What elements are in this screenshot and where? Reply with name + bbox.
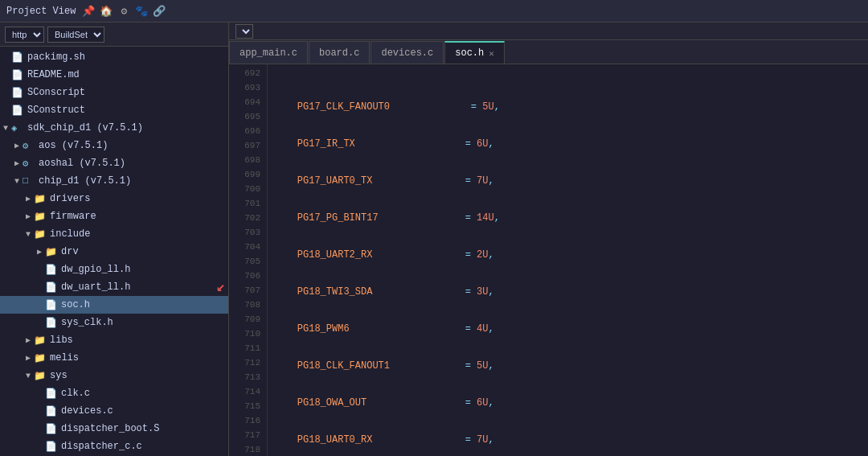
tree-label: devices.c bbox=[61, 405, 113, 417]
code-editor[interactable]: 692 693 694 695 696 697 698 699 700 701 … bbox=[229, 64, 868, 456]
sidebar-item-devices-c[interactable]: 📄 devices.c bbox=[0, 402, 228, 420]
sidebar-item-sys[interactable]: ▼ 📁 sys bbox=[0, 367, 228, 384]
file-icon: 📄 bbox=[45, 264, 58, 276]
sidebar-item-dispatcher-c[interactable]: 📄 dispatcher_c.c bbox=[0, 438, 228, 455]
window-titlebar: Project View 📌 🏠 ⚙ 🐾 🔗 bbox=[0, 0, 868, 23]
tree-label: drv bbox=[61, 246, 79, 257]
tree-label: packimg.sh bbox=[27, 51, 85, 63]
tree-label: dw_uart_ll.h bbox=[61, 281, 130, 293]
sidebar-item-aos[interactable]: ▶ ⚙ aos (v7.5.1) bbox=[0, 137, 228, 154]
expand-arrow: ▶ bbox=[23, 353, 34, 363]
pin-icon[interactable]: 📌 bbox=[82, 5, 95, 18]
expand-arrow: ▼ bbox=[23, 230, 34, 239]
tab-bar: app_main.c board.c devices.c soc.h ✕ bbox=[229, 40, 868, 64]
sidebar-item-libs[interactable]: ▶ 📁 libs bbox=[0, 331, 228, 349]
code-line-697: PG18_TWI3_SDA = 3U, bbox=[274, 285, 868, 299]
code-line-698: PG18_PWM6 = 4U, bbox=[274, 322, 868, 336]
tab-close-button[interactable]: ✕ bbox=[489, 48, 494, 59]
file-icon: 📄 bbox=[45, 281, 58, 294]
top-dropdown-bar bbox=[229, 23, 868, 40]
expand-arrow: ▼ bbox=[0, 124, 11, 133]
link-icon[interactable]: 🔗 bbox=[153, 5, 166, 18]
tab-app-main[interactable]: app_main.c bbox=[229, 41, 308, 64]
sidebar-item-dispatcher-boot[interactable]: 📄 dispatcher_boot.S bbox=[0, 420, 228, 438]
sync-icon[interactable]: ⚙ bbox=[117, 5, 130, 18]
tree-label: drivers bbox=[50, 193, 90, 204]
sidebar-item-drv[interactable]: ▶ 📁 drv bbox=[0, 243, 228, 261]
code-line-692: PG17_CLK_FANOUT0 = 5U, bbox=[274, 100, 868, 114]
sidebar-item-sconstruct[interactable]: 📄 SConstruct bbox=[0, 101, 228, 119]
code-line-694: PG17_UART0_TX = 7U, bbox=[274, 174, 868, 188]
sidebar-item-drivers[interactable]: ▶ 📁 drivers bbox=[0, 190, 228, 207]
sidebar-item-melis[interactable]: ▶ 📁 melis bbox=[0, 349, 228, 367]
home-icon[interactable]: 🏠 bbox=[100, 5, 113, 18]
buildset-select[interactable]: BuildSet bbox=[47, 27, 104, 43]
tree-label: SConscript bbox=[27, 87, 85, 98]
tree-label: chip_d1 (v7.5.1) bbox=[39, 175, 131, 187]
folder-icon: ⚙ bbox=[23, 158, 35, 170]
folder-icon: 📁 bbox=[45, 246, 58, 258]
folder-icon: 📁 bbox=[34, 352, 47, 364]
tab-label: app_main.c bbox=[240, 47, 297, 59]
sidebar-item-sdk-chip-d1[interactable]: ▼ ◈ sdk_chip_d1 (v7.5.1) bbox=[0, 119, 228, 137]
file-path-select[interactable] bbox=[235, 24, 253, 39]
http-select[interactable]: http bbox=[5, 27, 44, 43]
tree-label: soc.h bbox=[61, 299, 90, 310]
tree-label: dispatcher_boot.S bbox=[61, 423, 159, 434]
sidebar-item-clk-c[interactable]: 📄 clk.c bbox=[0, 384, 228, 402]
file-icon: 📄 bbox=[45, 299, 58, 311]
code-line-693: PG17_IR_TX = 6U, bbox=[274, 137, 868, 151]
sidebar-item-firmware[interactable]: ▶ 📁 firmware bbox=[0, 207, 228, 225]
tree-label: libs bbox=[50, 335, 73, 346]
tree-label: sdk_chip_d1 (v7.5.1) bbox=[27, 122, 143, 134]
sidebar-item-soc-h[interactable]: 📄 soc.h bbox=[0, 296, 228, 314]
sdk-icon: ◈ bbox=[11, 122, 24, 134]
code-lines: PG17_CLK_FANOUT0 = 5U, PG17_IR_TX = 6U, … bbox=[268, 64, 868, 456]
file-icon: 📄 bbox=[11, 69, 24, 81]
tab-devices[interactable]: devices.c bbox=[371, 41, 444, 64]
tab-soc-h[interactable]: soc.h ✕ bbox=[444, 41, 505, 64]
code-line-699: PG18_CLK_FANOUT1 = 5U, bbox=[274, 359, 868, 373]
titlebar-icons: 📌 🏠 ⚙ 🐾 🔗 bbox=[82, 5, 166, 18]
file-icon: 📄 bbox=[11, 105, 24, 117]
sidebar-item-readme[interactable]: 📄 README.md bbox=[0, 66, 228, 84]
project-view-title: Project View bbox=[6, 6, 76, 17]
tree-label: firmware bbox=[50, 211, 96, 222]
sidebar-item-sconstript[interactable]: 📄 SConscript bbox=[0, 84, 228, 101]
tree-label: include bbox=[50, 228, 90, 240]
more-icon[interactable]: 🐾 bbox=[135, 5, 148, 18]
line-numbers: 692 693 694 695 696 697 698 699 700 701 … bbox=[229, 64, 268, 456]
tree-label: clk.c bbox=[61, 388, 90, 399]
file-icon: 📄 bbox=[45, 317, 58, 329]
sidebar-item-include[interactable]: ▼ 📁 include bbox=[0, 225, 228, 243]
folder-icon: 📁 bbox=[34, 370, 47, 382]
sidebar-item-dw-gpio-ll[interactable]: 📄 dw_gpio_ll.h bbox=[0, 261, 228, 278]
file-icon: 📄 bbox=[45, 423, 58, 435]
expand-arrow: ▶ bbox=[34, 247, 45, 257]
sidebar-toolbar: http BuildSet bbox=[0, 23, 228, 47]
folder-icon: ⚙ bbox=[23, 140, 35, 152]
tab-label: board.c bbox=[319, 47, 359, 59]
sidebar-item-aoshal[interactable]: ▶ ⚙ aoshal (v7.5.1) bbox=[0, 154, 228, 172]
expand-arrow: ▶ bbox=[23, 212, 34, 221]
sidebar-item-packimg[interactable]: 📄 packimg.sh bbox=[0, 48, 228, 66]
expand-arrow: ▶ bbox=[23, 335, 34, 345]
code-line-696: PG18_UART2_RX = 2U, bbox=[274, 248, 868, 262]
main-layout: http BuildSet 📄 packimg.sh 📄 README.md bbox=[0, 23, 868, 456]
tree-label: sys bbox=[50, 370, 68, 381]
code-line-701: PG18_UART0_RX = 7U, bbox=[274, 433, 868, 447]
chip-icon: □ bbox=[23, 175, 35, 187]
sidebar-item-sys-clk[interactable]: 📄 sys_clk.h bbox=[0, 314, 228, 331]
file-icon: 📄 bbox=[11, 51, 24, 64]
tab-label: devices.c bbox=[381, 47, 433, 59]
file-icon: 📄 bbox=[45, 388, 58, 400]
editor-area: app_main.c board.c devices.c soc.h ✕ 692… bbox=[229, 23, 868, 456]
expand-arrow: ▶ bbox=[11, 158, 23, 168]
tab-board[interactable]: board.c bbox=[309, 41, 370, 64]
file-icon: 📄 bbox=[45, 441, 58, 453]
tree-label: dispatcher_c.c bbox=[61, 441, 142, 452]
sidebar-tree: 📄 packimg.sh 📄 README.md 📄 SConscript bbox=[0, 47, 228, 456]
sidebar-item-chip-d1[interactable]: ▼ □ chip_d1 (v7.5.1) bbox=[0, 172, 228, 190]
code-line-695: PG17_PG_BINT17 = 14U, bbox=[274, 211, 868, 225]
sidebar-item-dw-uart-ll[interactable]: 📄 dw_uart_ll.h ↙ bbox=[0, 278, 228, 296]
